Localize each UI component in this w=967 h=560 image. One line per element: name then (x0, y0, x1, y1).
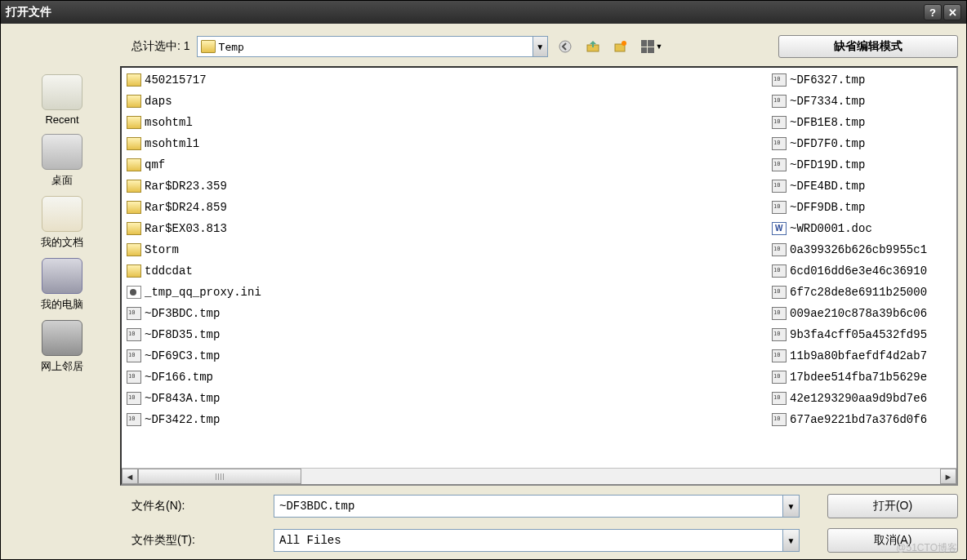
default-edit-mode-button[interactable]: 缺省编辑模式 (778, 35, 958, 58)
cancel-button[interactable]: 取消(A) (827, 528, 958, 553)
close-button[interactable]: ✕ (943, 4, 961, 20)
up-one-level-button[interactable] (582, 36, 604, 57)
file-item[interactable]: msohtml1 (123, 133, 769, 154)
file-item[interactable]: ~DFD19D.tmp (769, 154, 955, 176)
tmp-icon (772, 73, 787, 87)
tmp-icon (772, 286, 787, 299)
filename-input[interactable] (274, 496, 782, 517)
file-name: 009ae210c878a39b6c06 (790, 307, 927, 320)
file-item[interactable]: Rar$EX03.813 (123, 218, 769, 239)
file-item[interactable]: 6f7c28de8e6911b25000 (769, 282, 955, 303)
horizontal-scrollbar[interactable]: ◄ ► (122, 468, 956, 484)
file-name: Rar$EX03.813 (145, 222, 227, 235)
view-menu-button[interactable]: ▼ (638, 36, 666, 57)
doc-icon (772, 222, 787, 235)
file-item[interactable]: Rar$DR23.359 (123, 176, 769, 197)
file-name: daps (145, 95, 172, 108)
file-item[interactable]: ~DFF9DB.tmp (769, 197, 955, 218)
file-item[interactable]: 677ae9221bd7a376d0f6 (769, 409, 955, 430)
dialog-body: 总计选中: 1 Temp ▼ ▼ 缺省编辑模式 Recent桌面我的文档我的 (1, 24, 966, 559)
file-item[interactable]: ~WRD0001.doc (769, 218, 955, 239)
tmp-icon (772, 137, 787, 150)
tmp-icon (772, 201, 787, 214)
filename-combo[interactable]: ▼ (274, 495, 800, 518)
file-name: _tmp_qq_proxy.ini (145, 286, 261, 299)
scroll-left-button[interactable]: ◄ (122, 469, 138, 484)
file-item[interactable]: 42e1293290aa9d9bd7e6 (769, 388, 955, 409)
file-item[interactable]: ~DF843A.tmp (123, 388, 769, 409)
lookin-dropdown-button[interactable]: ▼ (533, 37, 547, 56)
file-item[interactable]: daps (123, 91, 769, 112)
file-name: Rar$DR23.359 (145, 180, 227, 193)
folder-icon (127, 73, 141, 87)
folder-icon (127, 222, 141, 235)
file-item[interactable]: ~DF3422.tmp (123, 409, 769, 430)
file-item[interactable]: ~DFE4BD.tmp (769, 176, 955, 197)
places-item-3[interactable]: 我的电脑 (25, 258, 99, 312)
file-name: Rar$DR24.859 (145, 201, 227, 214)
file-name: ~WRD0001.doc (790, 222, 872, 235)
toolbar: 总计选中: 1 Temp ▼ ▼ 缺省编辑模式 (9, 30, 958, 66)
file-item[interactable]: 009ae210c878a39b6c06 (769, 303, 955, 324)
places-label: 桌面 (51, 173, 73, 188)
places-item-2[interactable]: 我的文档 (25, 196, 99, 250)
file-item[interactable]: Storm (123, 239, 769, 260)
file-list[interactable]: 450215717dapsmsohtmlmsohtml1qmfRar$DR23.… (122, 68, 956, 468)
places-label: Recent (45, 113, 78, 126)
places-label: 我的文档 (41, 235, 83, 250)
file-item[interactable]: ~DFD7F0.tmp (769, 133, 955, 154)
file-name: 450215717 (145, 73, 207, 87)
help-button[interactable]: ? (924, 4, 942, 20)
places-item-4[interactable]: 网上邻居 (25, 320, 99, 374)
file-item[interactable]: 450215717 (123, 69, 769, 91)
file-item[interactable]: msohtml (123, 112, 769, 133)
back-button[interactable] (555, 36, 576, 57)
file-item[interactable]: Rar$DR24.859 (123, 197, 769, 218)
places-item-1[interactable]: 桌面 (25, 134, 99, 188)
tmp-icon (772, 328, 787, 341)
file-item[interactable]: 6cd016dd6e3e46c36910 (769, 260, 955, 282)
places-item-0[interactable]: Recent (25, 74, 99, 126)
lookin-combo[interactable]: Temp ▼ (197, 36, 548, 57)
file-item[interactable]: ~DF7334.tmp (769, 91, 955, 112)
file-item[interactable]: _tmp_qq_proxy.ini (123, 282, 769, 303)
file-name: 6f7c28de8e6911b25000 (790, 286, 927, 299)
file-item[interactable]: 0a399326b626cb9955c1 (769, 239, 955, 260)
filetype-label: 文件类型(T): (131, 533, 262, 548)
file-item[interactable]: tddcdat (123, 260, 769, 282)
window-title: 打开文件 (6, 5, 51, 20)
filetype-combo[interactable]: ▼ (274, 529, 800, 552)
tmp-icon (772, 158, 787, 171)
places-icon (42, 320, 82, 356)
scroll-right-button[interactable]: ► (940, 469, 956, 484)
tmp-icon (772, 371, 787, 384)
file-item[interactable]: ~DF6327.tmp (769, 69, 955, 91)
file-name: ~DF8D35.tmp (145, 328, 220, 341)
file-name: qmf (145, 158, 165, 171)
filetype-input[interactable] (274, 530, 782, 551)
selection-count-label: 总计选中: 1 (131, 39, 190, 54)
file-item[interactable]: ~DF8D35.tmp (123, 324, 769, 345)
file-name: 17bdee514fba71b5629e (790, 371, 927, 384)
file-name: ~DFD19D.tmp (790, 158, 865, 171)
file-item[interactable]: qmf (123, 154, 769, 176)
file-item[interactable]: 11b9a80bfaefdf4d2ab7 (769, 345, 955, 367)
file-item[interactable]: ~DFB1E8.tmp (769, 112, 955, 133)
file-item[interactable]: ~DF3BDC.tmp (123, 303, 769, 324)
filetype-dropdown-button[interactable]: ▼ (782, 530, 799, 551)
file-item[interactable]: ~DF69C3.tmp (123, 345, 769, 367)
new-folder-button[interactable] (610, 36, 631, 57)
file-item[interactable]: ~DF166.tmp (123, 367, 769, 388)
scroll-thumb[interactable] (138, 469, 301, 484)
places-icon (42, 74, 82, 110)
folder-icon (201, 40, 216, 53)
open-button[interactable]: 打开(O) (827, 494, 958, 518)
filename-dropdown-button[interactable]: ▼ (782, 496, 799, 517)
svg-point-3 (622, 41, 626, 46)
scroll-track[interactable] (138, 469, 940, 484)
folder-icon (127, 158, 141, 171)
file-item[interactable]: 9b3fa4cff05a4532fd95 (769, 324, 955, 345)
file-name: 11b9a80bfaefdf4d2ab7 (790, 349, 927, 362)
folder-icon (127, 264, 141, 278)
file-item[interactable]: 17bdee514fba71b5629e (769, 367, 955, 388)
